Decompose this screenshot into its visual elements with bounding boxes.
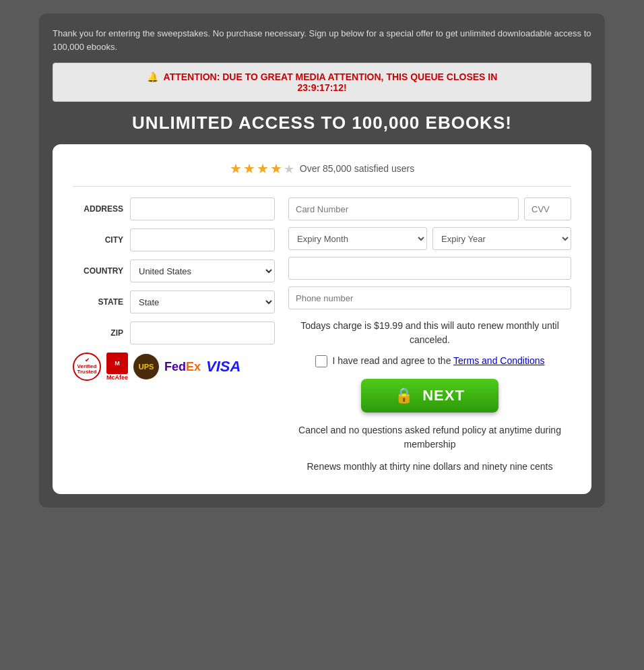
address-input[interactable] [130,197,275,220]
terms-text: I have read and agree to the Terms and C… [333,354,545,368]
satisfied-text: Over 85,000 satisfied users [300,163,414,174]
terms-row: I have read and agree to the Terms and C… [288,354,571,368]
trust-badges: ✔ VerifiedTrusted M McAfee UPS FedEx [73,353,275,381]
cvv-input[interactable] [524,197,571,220]
fedex-badge: FedEx [164,360,201,374]
card-number-row [288,197,571,220]
fedex-fe: Fed [164,360,186,373]
left-column: ADDRESS CITY COUNTRY United States Canad… [73,197,275,474]
state-row: STATE State Alabama Alaska Arizona Calif… [73,291,275,313]
attention-text: ATTENTION: DUE TO GREAT MEDIA ATTENTION,… [164,71,498,82]
zip-input[interactable] [130,322,275,344]
visa-label: VISA [206,358,240,375]
form-grid: ADDRESS CITY COUNTRY United States Canad… [73,197,571,474]
outer-container: Thank you for entering the sweepstakes. … [39,13,605,508]
address-row: ADDRESS [73,197,275,220]
countdown-timer: 23:9:17:12! [297,82,346,93]
country-label: COUNTRY [73,266,123,276]
ups-badge: UPS [133,354,159,379]
stars-full: ★★★★★ [230,160,296,177]
card-number-input[interactable] [288,197,519,220]
next-button[interactable]: 🔒 NEXT [361,379,498,413]
right-column: Expiry Month 01020304 05060708 09101112 … [288,197,571,474]
lock-icon: 🔒 [395,387,414,404]
state-label: STATE [73,297,123,307]
country-select[interactable]: United States Canada United Kingdom [130,260,275,282]
visa-badge: VISA [206,358,240,375]
state-select[interactable]: State Alabama Alaska Arizona California … [130,291,275,313]
intro-text: Thank you for entering the sweepstakes. … [53,27,591,53]
verified-badge: ✔ VerifiedTrusted [73,353,101,381]
city-row: CITY [73,229,275,251]
renew-text: Renews monthly at thirty nine dollars an… [288,460,571,474]
mcafee-badge: M McAfee [106,353,128,381]
ratings-row: ★★★★★ Over 85,000 satisfied users [73,160,571,187]
terms-link[interactable]: Terms and Conditions [453,355,544,366]
phone-input[interactable] [288,286,571,309]
city-label: CITY [73,235,123,245]
address-label: ADDRESS [73,204,123,214]
zip-label: ZIP [73,328,123,338]
expiry-month-select[interactable]: Expiry Month 01020304 05060708 09101112 [288,227,427,250]
fedex-ex: Ex [186,360,201,373]
page-headline: UNLIMITED ACCESS TO 100,000 EBOOKS! [53,113,591,133]
form-card: ★★★★★ Over 85,000 satisfied users ADDRES… [53,144,591,494]
bell-icon: 🔔 [147,71,158,82]
city-input[interactable] [130,229,275,251]
mcafee-icon: M [106,353,128,374]
terms-checkbox[interactable] [315,355,327,367]
expiry-year-select[interactable]: Expiry Year 202420252026 202720282029203… [432,227,571,250]
expiry-row: Expiry Month 01020304 05060708 09101112 … [288,227,571,250]
mcafee-label: McAfee [106,374,128,381]
country-row: COUNTRY United States Canada United King… [73,260,275,282]
next-label: NEXT [422,387,465,404]
charge-text: Todays charge is $19.99 and this will au… [288,319,571,347]
refund-text: Cancel and no questions asked refund pol… [288,423,571,452]
name-input[interactable]: Ruben Vicencio [288,257,571,280]
zip-row: ZIP [73,322,275,344]
attention-box: 🔔 ATTENTION: DUE TO GREAT MEDIA ATTENTIO… [53,63,591,102]
ups-label: UPS [139,363,154,371]
